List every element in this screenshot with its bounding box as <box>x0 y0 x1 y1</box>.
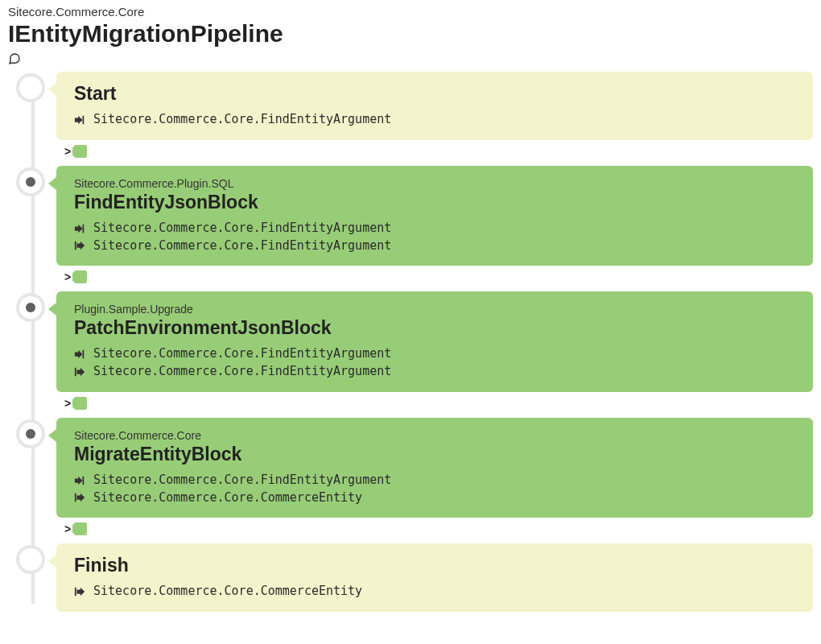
pipeline-terminal: StartSitecore.Commerce.Core.FindEntityAr… <box>56 72 813 158</box>
page-title: IEntityMigrationPipeline <box>8 20 813 47</box>
chevron-right-icon: > <box>64 270 71 283</box>
io-type: Sitecore.Commerce.Core.CommerceEntity <box>93 489 362 507</box>
output-arrow-icon <box>74 586 85 597</box>
expand-toggle[interactable]: > <box>64 522 813 535</box>
chevron-right-icon: > <box>64 397 71 410</box>
block-output: Sitecore.Commerce.Core.CommerceEntity <box>74 489 798 507</box>
svg-rect-0 <box>83 116 85 125</box>
block-namespace: Sitecore.Commerce.Plugin.SQL <box>74 177 798 190</box>
block-card[interactable]: Sitecore.Commerce.Plugin.SQLFindEntityJs… <box>56 166 813 266</box>
io-type: Sitecore.Commerce.Core.FindEntityArgumen… <box>93 237 391 255</box>
output-arrow-icon <box>74 240 85 251</box>
io-type: Sitecore.Commerce.Core.FindEntityArgumen… <box>93 111 391 129</box>
input-arrow-icon <box>74 475 85 486</box>
svg-rect-2 <box>75 242 76 250</box>
expand-toggle[interactable]: > <box>64 145 813 158</box>
expand-toggle[interactable]: > <box>64 270 813 283</box>
svg-rect-5 <box>83 476 85 485</box>
block-title: FindEntityJsonBlock <box>74 192 798 213</box>
chevron-right-icon: > <box>64 522 71 535</box>
io-type: Sitecore.Commerce.Core.FindEntityArgumen… <box>93 363 391 381</box>
svg-rect-4 <box>75 368 76 377</box>
header-namespace: Sitecore.Commerce.Core <box>8 5 813 19</box>
scroll-icon <box>74 522 87 535</box>
pipeline-step: Plugin.Sample.UpgradePatchEnvironmentJso… <box>56 291 813 410</box>
timeline-connector <box>31 88 35 604</box>
scroll-icon <box>74 145 87 158</box>
block-title: PatchEnvironmentJsonBlock <box>74 317 798 339</box>
pipeline-step: Sitecore.Commerce.CoreMigrateEntityBlock… <box>56 418 813 536</box>
block-output: Sitecore.Commerce.Core.CommerceEntity <box>74 583 798 601</box>
io-type: Sitecore.Commerce.Core.FindEntityArgumen… <box>93 220 391 237</box>
block-output: Sitecore.Commerce.Core.FindEntityArgumen… <box>74 237 798 255</box>
output-arrow-icon <box>74 366 85 378</box>
block-title: Start <box>74 83 798 105</box>
block-input: Sitecore.Commerce.Core.FindEntityArgumen… <box>74 220 798 237</box>
timeline-marker <box>19 548 42 571</box>
block-card[interactable]: FinishSitecore.Commerce.Core.CommerceEnt… <box>56 543 813 612</box>
io-type: Sitecore.Commerce.Core.FindEntityArgumen… <box>93 472 391 489</box>
output-arrow-icon <box>74 492 85 503</box>
timeline-marker <box>19 423 42 445</box>
block-card[interactable]: Plugin.Sample.UpgradePatchEnvironmentJso… <box>56 291 813 392</box>
timeline-marker <box>19 296 42 319</box>
input-arrow-icon <box>74 349 85 360</box>
svg-rect-3 <box>83 350 85 359</box>
scroll-icon <box>74 397 87 410</box>
pipeline-step: Sitecore.Commerce.Plugin.SQLFindEntityJs… <box>56 166 813 284</box>
pipeline-terminal: FinishSitecore.Commerce.Core.CommerceEnt… <box>56 543 813 612</box>
block-card[interactable]: Sitecore.Commerce.CoreMigrateEntityBlock… <box>56 418 813 518</box>
block-namespace: Plugin.Sample.Upgrade <box>74 303 798 316</box>
block-output: Sitecore.Commerce.Core.FindEntityArgumen… <box>74 363 798 381</box>
scroll-icon <box>74 270 87 283</box>
input-arrow-icon <box>74 223 85 234</box>
comment-icon[interactable] <box>8 52 813 68</box>
io-type: Sitecore.Commerce.Core.FindEntityArgumen… <box>93 345 391 363</box>
timeline-marker <box>19 171 42 193</box>
svg-rect-1 <box>83 224 85 233</box>
input-arrow-icon <box>74 114 85 126</box>
block-namespace: Sitecore.Commerce.Core <box>74 429 798 442</box>
block-input: Sitecore.Commerce.Core.FindEntityArgumen… <box>74 345 798 363</box>
svg-rect-7 <box>75 588 76 597</box>
io-type: Sitecore.Commerce.Core.CommerceEntity <box>93 583 362 601</box>
block-input: Sitecore.Commerce.Core.FindEntityArgumen… <box>74 472 798 489</box>
block-title: Finish <box>74 555 798 576</box>
chevron-right-icon: > <box>64 145 71 158</box>
block-input: Sitecore.Commerce.Core.FindEntityArgumen… <box>74 111 798 129</box>
timeline-marker <box>19 76 42 99</box>
pipeline-timeline: StartSitecore.Commerce.Core.FindEntityAr… <box>8 72 813 612</box>
expand-toggle[interactable]: > <box>64 397 813 410</box>
svg-rect-6 <box>75 493 76 502</box>
block-card[interactable]: StartSitecore.Commerce.Core.FindEntityAr… <box>56 72 813 140</box>
block-title: MigrateEntityBlock <box>74 444 798 465</box>
